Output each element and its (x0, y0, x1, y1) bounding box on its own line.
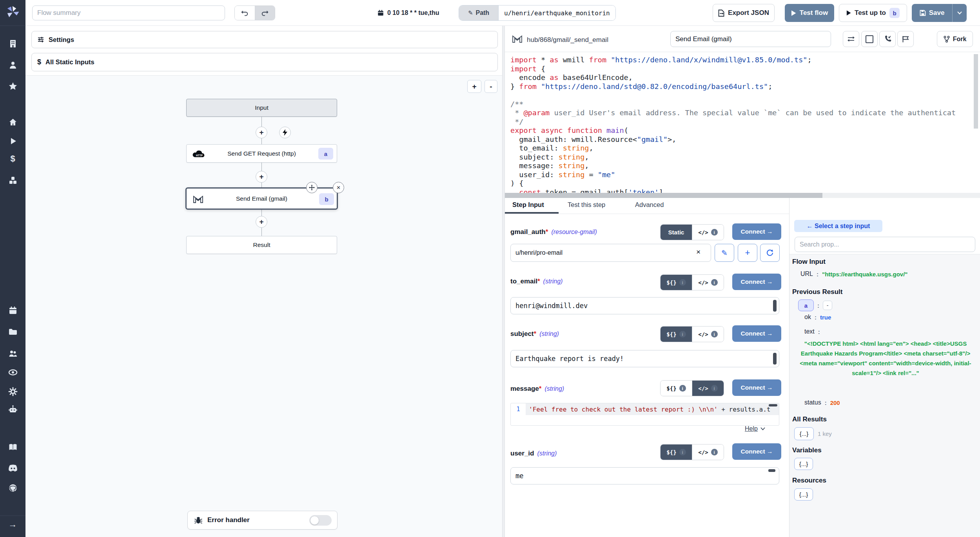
save-dropdown-button[interactable] (952, 4, 967, 22)
settings-row[interactable]: Settings (31, 31, 498, 48)
box-button[interactable] (861, 31, 878, 47)
flow-input-node[interactable]: Input (186, 99, 337, 117)
sidebar-item-workspace[interactable] (0, 39, 25, 48)
call-button[interactable] (879, 31, 896, 47)
fork-button[interactable]: Fork (937, 31, 973, 47)
insert-step-button[interactable]: + (256, 127, 267, 138)
flow-input-url-row[interactable]: URL : "https://earthquake.usgs.gov/" (800, 270, 907, 278)
schedule-badge[interactable]: 0 10 18 * * tue,thu (377, 5, 439, 20)
scrollbar-thumb[interactable] (505, 193, 822, 198)
trigger-button[interactable] (279, 127, 291, 138)
sidebar-item-settings[interactable] (0, 387, 25, 396)
sidebar-item-resources[interactable] (0, 176, 25, 185)
undo-button[interactable] (235, 6, 255, 20)
tab-step-input[interactable]: Step Input (512, 201, 544, 209)
diff-button[interactable] (843, 31, 859, 47)
subject-input[interactable] (510, 350, 779, 367)
connect-button-message[interactable]: Connect → (732, 379, 781, 396)
sidebar-collapse-button[interactable]: → (0, 519, 25, 530)
to-email-input[interactable] (510, 297, 779, 314)
mode-template[interactable]: ${} i (661, 275, 692, 290)
select-step-input-button[interactable]: ← Select a step input (794, 220, 882, 232)
connect-button-user-id[interactable]: Connect → (732, 443, 781, 460)
result-status-row[interactable]: status : 200 (804, 399, 840, 406)
canvas-zoom-out-button[interactable]: - (485, 80, 497, 93)
sidebar-item-docs[interactable] (0, 443, 25, 452)
connect-button-gmail-auth[interactable]: Connect → (732, 223, 781, 240)
mode-code[interactable]: </> i (692, 225, 724, 240)
user-id-input[interactable] (510, 467, 779, 484)
sidebar-item-groups[interactable] (0, 348, 25, 358)
sidebar-item-variables[interactable]: $ (0, 154, 25, 164)
gmail-auth-resource-input[interactable] (510, 244, 711, 262)
editor-scrollbar-thumb[interactable] (768, 469, 775, 472)
sidebar-item-github[interactable] (0, 483, 25, 493)
mode-static[interactable]: Static (661, 225, 692, 240)
error-handler-row[interactable]: Error handler (187, 511, 338, 530)
flow-summary-input[interactable] (32, 5, 225, 20)
textarea-scrollbar-thumb[interactable] (773, 300, 777, 312)
previous-result-a-row[interactable]: a : - (798, 299, 832, 311)
sidebar-item-favorites[interactable] (0, 82, 25, 91)
redo-button[interactable] (255, 6, 275, 20)
mode-template[interactable]: ${} i (661, 444, 692, 460)
flow-result-node[interactable]: Result (186, 236, 337, 254)
windmill-logo-icon[interactable] (5, 5, 20, 20)
canvas-zoom-in-button[interactable]: + (467, 80, 481, 93)
resources-braces-chip[interactable]: {...} (794, 488, 813, 501)
tab-test-this-step[interactable]: Test this step (568, 201, 605, 209)
edit-resource-button[interactable]: ✎ (715, 244, 734, 262)
sidebar-item-runs[interactable] (0, 136, 25, 146)
add-resource-button[interactable]: + (738, 244, 757, 262)
delete-step-button[interactable]: × (333, 182, 344, 193)
mode-code[interactable]: </> i (692, 444, 724, 460)
mode-code[interactable]: </> i (692, 275, 724, 290)
refresh-resource-button[interactable] (760, 244, 780, 262)
sidebar-item-folders[interactable] (0, 327, 25, 337)
sidebar-item-audit[interactable] (0, 368, 25, 377)
sidebar-item-workers[interactable] (0, 405, 25, 414)
move-step-button[interactable] (306, 182, 318, 193)
error-handler-toggle[interactable] (309, 515, 332, 526)
sidebar-item-discord[interactable] (0, 464, 25, 473)
text-value-block[interactable]: "<!DOCTYPE html> <html lang="en"> <head>… (798, 339, 973, 378)
result-ok-row[interactable]: ok : true (804, 314, 831, 321)
code-vertical-scrollbar[interactable] (974, 54, 978, 129)
tab-advanced[interactable]: Advanced (635, 201, 664, 209)
message-code-editor[interactable]: 1 'Feel free to check out the latest rep… (510, 403, 779, 426)
result-text-row[interactable]: text : (804, 328, 820, 335)
insert-step-button[interactable]: + (256, 171, 267, 183)
step-a-badge[interactable]: a (798, 299, 814, 311)
sidebar-item-user[interactable] (0, 60, 25, 70)
insert-step-button[interactable]: + (256, 216, 267, 228)
collapse-value-chip[interactable]: - (823, 301, 832, 310)
message-code-line[interactable]: 'Feel free to check out the latest repor… (526, 403, 779, 415)
export-json-button[interactable]: Export JSON (713, 4, 775, 22)
all-results-braces-chip[interactable]: {...} (794, 427, 814, 440)
test-flow-button[interactable]: Test flow (785, 4, 834, 22)
connect-button-subject[interactable]: Connect → (732, 325, 781, 342)
all-static-inputs-row[interactable]: $ All Static Inputs (31, 53, 498, 71)
clear-resource-icon[interactable]: × (696, 248, 701, 256)
http-step-node[interactable]: HTTP Send GET Request (http) a (186, 144, 337, 163)
panel-splitter[interactable] (502, 26, 505, 537)
mode-template[interactable]: ${} i (661, 327, 692, 342)
mode-code[interactable]: </> i (692, 327, 724, 342)
code-editor[interactable]: import * as wmill from "https://deno.lan… (505, 52, 980, 193)
flag-button[interactable] (897, 31, 914, 47)
variables-braces-chip[interactable]: {...} (794, 458, 813, 470)
textarea-scrollbar-thumb[interactable] (773, 353, 777, 365)
search-prop-input[interactable] (795, 237, 975, 252)
connect-button-to-email[interactable]: Connect → (732, 274, 781, 290)
mode-template[interactable]: ${} i (661, 381, 692, 396)
test-up-to-button[interactable]: Test up to b (839, 4, 907, 22)
mode-code[interactable]: </> i (692, 381, 724, 396)
path-chip[interactable]: ✎ Path u/henri/earthquake_monitorin (459, 5, 616, 21)
sidebar-item-home[interactable] (0, 118, 25, 127)
save-button[interactable]: Save (912, 4, 952, 22)
sidebar-item-schedules[interactable] (0, 306, 25, 315)
code-horizontal-scrollbar[interactable] (505, 193, 980, 198)
help-link[interactable]: Help (745, 425, 765, 432)
script-name-input[interactable] (670, 31, 831, 47)
editor-scrollbar-thumb[interactable] (769, 404, 777, 406)
